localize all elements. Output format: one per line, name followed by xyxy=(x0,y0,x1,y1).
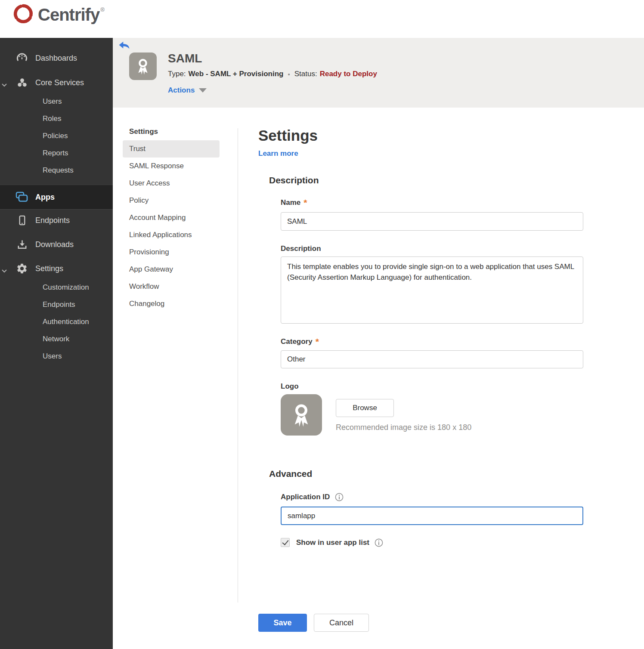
application-id-label: Application ID xyxy=(281,493,330,501)
actions-label: Actions xyxy=(168,86,195,95)
sidebar: Dashboards Core Services Users Roles Pol… xyxy=(0,38,113,649)
sidebar-item-label: Downloads xyxy=(35,240,74,249)
subnav-item-changelog[interactable]: Changelog xyxy=(123,295,220,312)
subnav-item-workflow[interactable]: Workflow xyxy=(123,278,220,295)
sidebar-item-downloads[interactable]: Downloads xyxy=(0,234,113,255)
caret-down-icon xyxy=(199,88,207,93)
advanced-section-heading: Advanced xyxy=(269,469,598,479)
sidebar-item-label: Core Services xyxy=(35,78,84,87)
subnav-item-account-mapping[interactable]: Account Mapping xyxy=(123,209,220,226)
logo-hint: Recommended image size is 180 x 180 xyxy=(336,423,471,432)
sidebar-item-settings-endpoints[interactable]: Endpoints xyxy=(0,296,113,313)
core-services-icon xyxy=(15,77,28,89)
required-marker: * xyxy=(316,339,319,345)
page-title: Settings xyxy=(258,127,598,144)
browse-button[interactable]: Browse xyxy=(336,399,394,417)
sidebar-item-users[interactable]: Users xyxy=(0,93,113,110)
sidebar-item-label: Dashboards xyxy=(35,54,77,63)
subnav-item-trust[interactable]: Trust xyxy=(123,140,220,158)
sidebar-item-requests[interactable]: Requests xyxy=(0,162,113,179)
apps-icon xyxy=(15,192,28,203)
brand-logo: Centrify ® xyxy=(12,3,105,27)
sidebar-item-apps[interactable]: Apps xyxy=(0,185,113,210)
save-button[interactable]: Save xyxy=(258,614,307,632)
name-label: Name xyxy=(281,198,300,207)
gear-icon xyxy=(15,263,28,275)
sidebar-item-label: Apps xyxy=(35,193,55,202)
subnav-item-user-access[interactable]: User Access xyxy=(123,175,220,192)
sidebar-item-authentication[interactable]: Authentication xyxy=(0,313,113,331)
sidebar-item-settings[interactable]: Settings xyxy=(0,258,113,279)
settings-subnav: Settings Trust SAML Response User Access… xyxy=(113,108,238,312)
sidebar-item-label: Settings xyxy=(35,264,63,273)
info-icon[interactable] xyxy=(335,493,344,501)
gauge-icon xyxy=(15,52,28,64)
sidebar-item-reports[interactable]: Reports xyxy=(0,145,113,162)
category-field[interactable] xyxy=(281,350,583,368)
chevron-down-icon[interactable] xyxy=(2,81,7,89)
logo-label: Logo xyxy=(281,382,299,391)
actions-dropdown[interactable]: Actions xyxy=(168,86,207,95)
top-bar: Centrify ® xyxy=(0,0,644,38)
status-value: Ready to Deploy xyxy=(320,70,377,78)
sidebar-item-roles[interactable]: Roles xyxy=(0,110,113,127)
sidebar-item-core-services[interactable]: Core Services xyxy=(0,72,113,93)
sidebar-item-network[interactable]: Network xyxy=(0,331,113,348)
name-field[interactable] xyxy=(281,212,583,231)
app-name: SAML xyxy=(168,52,202,65)
app-header: SAML Type: Web - SAML + Provisioning • S… xyxy=(113,38,644,108)
type-value: Web - SAML + Provisioning xyxy=(189,70,284,78)
description-section-heading: Description xyxy=(269,175,598,185)
type-label: Type: xyxy=(168,70,186,78)
back-arrow-icon[interactable] xyxy=(119,41,130,51)
sidebar-item-endpoints[interactable]: Endpoints xyxy=(0,210,113,231)
smartphone-icon xyxy=(15,215,28,226)
sidebar-item-label: Endpoints xyxy=(35,216,70,225)
app-meta: Type: Web - SAML + Provisioning • Status… xyxy=(168,70,377,78)
info-icon[interactable] xyxy=(375,538,383,547)
brand-name: Centrify xyxy=(38,5,99,25)
required-marker: * xyxy=(303,200,307,206)
centrify-swirl-icon xyxy=(12,3,34,27)
subnav-item-app-gateway[interactable]: App Gateway xyxy=(123,261,220,278)
subnav-item-linked-applications[interactable]: Linked Applications xyxy=(123,226,220,244)
sidebar-item-policies[interactable]: Policies xyxy=(0,127,113,145)
brand-trademark: ® xyxy=(100,6,105,13)
chevron-down-icon[interactable] xyxy=(2,267,7,275)
download-icon xyxy=(15,239,28,250)
sidebar-item-settings-users[interactable]: Users xyxy=(0,348,113,365)
subnav-item-provisioning[interactable]: Provisioning xyxy=(123,244,220,261)
description-field[interactable]: This template enables you to provide sin… xyxy=(281,257,583,324)
content-area: Settings Trust SAML Response User Access… xyxy=(113,108,644,649)
meta-separator: • xyxy=(288,71,290,78)
application-id-field[interactable] xyxy=(281,507,583,525)
sidebar-item-customization[interactable]: Customization xyxy=(0,279,113,296)
settings-form: Settings Learn more Description Name * D… xyxy=(258,108,598,632)
cancel-button[interactable]: Cancel xyxy=(314,614,369,632)
subnav-item-policy[interactable]: Policy xyxy=(123,192,220,209)
show-in-user-app-list-label: Show in user app list xyxy=(296,538,369,547)
subnav-title: Settings xyxy=(129,127,238,136)
logo-preview xyxy=(281,394,322,436)
subnav-item-saml-response[interactable]: SAML Response xyxy=(123,158,220,175)
learn-more-link[interactable]: Learn more xyxy=(258,149,298,158)
sidebar-item-dashboards[interactable]: Dashboards xyxy=(0,48,113,68)
app-icon xyxy=(129,53,157,80)
category-label: Category xyxy=(281,337,313,346)
vertical-divider xyxy=(238,128,238,603)
description-label: Description xyxy=(281,244,321,253)
status-label: Status: xyxy=(294,70,317,78)
show-in-user-app-list-checkbox[interactable] xyxy=(281,538,290,547)
